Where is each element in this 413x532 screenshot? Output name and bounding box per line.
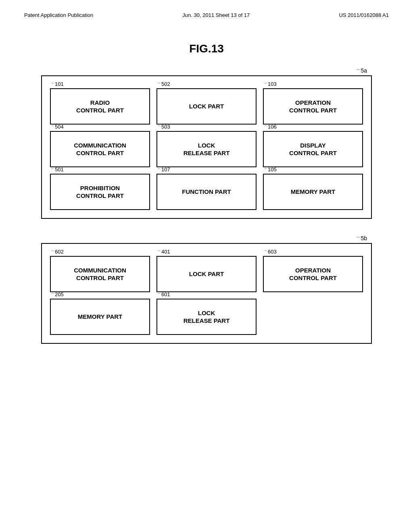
page: Patent Application Publication Jun. 30, … bbox=[0, 0, 413, 532]
block-401-label: 401 bbox=[157, 249, 170, 255]
block-107-label: 107 bbox=[157, 166, 170, 173]
empty-cell-bottom-row2 bbox=[263, 299, 363, 335]
block-502-label: 502 bbox=[157, 81, 170, 87]
block-205-text: MEMORY PART bbox=[78, 313, 123, 321]
block-601-label: 601 bbox=[157, 291, 170, 298]
block-205: 205 MEMORY PART bbox=[50, 299, 150, 335]
block-602: 602 COMMUNICATIONCONTROL PART bbox=[50, 256, 150, 292]
block-601-text: LOCKRELEASE PART bbox=[184, 309, 230, 325]
block-106-label: 106 bbox=[264, 124, 277, 130]
block-107-text: FUNCTION PART bbox=[182, 188, 231, 196]
block-602-text: COMMUNICATIONCONTROL PART bbox=[74, 266, 126, 282]
block-501-text: PROHIBITIONCONTROL PART bbox=[76, 184, 124, 200]
header-right: US 2011/0162088 A1 bbox=[339, 12, 389, 18]
block-103-text: OPERATIONCONTROL PART bbox=[289, 99, 337, 114]
block-103: 103 OPERATIONCONTROL PART bbox=[263, 88, 363, 125]
block-106: 106 DISPLAYCONTROL PART bbox=[263, 131, 363, 167]
block-503-text: LOCKRELEASE PART bbox=[184, 141, 230, 157]
header-middle: Jun. 30, 2011 Sheet 13 of 17 bbox=[182, 12, 250, 18]
block-401: 401 LOCK PART bbox=[156, 256, 257, 292]
block-501-label: 501 bbox=[51, 166, 64, 173]
block-205-label: 205 bbox=[51, 291, 64, 298]
block-101-text: RADIOCONTROL PART bbox=[76, 99, 124, 114]
block-101-label: 101 bbox=[51, 81, 64, 87]
block-106-text: DISPLAYCONTROL PART bbox=[289, 141, 337, 157]
block-105-text: MEMORY PART bbox=[291, 188, 336, 196]
block-107: 107 FUNCTION PART bbox=[156, 174, 257, 210]
block-504-label: 504 bbox=[51, 124, 64, 130]
block-504-text: COMMUNICATIONCONTROL PART bbox=[74, 141, 126, 157]
block-105: 105 MEMORY PART bbox=[263, 174, 363, 210]
diagram-5b: 5b 602 COMMUNICATIONCONTROL PART 401 LOC… bbox=[41, 243, 372, 344]
diagram-5a: 5a 101 RADIOCONTROL PART 502 LOCK PART 1… bbox=[41, 75, 372, 219]
block-105-label: 105 bbox=[264, 166, 277, 173]
figure-title: FIG.13 bbox=[24, 42, 389, 55]
diagram-5b-label: 5b bbox=[356, 235, 367, 242]
block-401-text: LOCK PART bbox=[189, 270, 224, 278]
blocks-grid-bottom: 602 COMMUNICATIONCONTROL PART 401 LOCK P… bbox=[50, 256, 363, 335]
block-603: 603 OPERATIONCONTROL PART bbox=[263, 256, 363, 292]
block-502-text: LOCK PART bbox=[189, 102, 224, 110]
block-501: 501 PROHIBITIONCONTROL PART bbox=[50, 174, 150, 210]
block-103-label: 103 bbox=[264, 81, 277, 87]
block-603-label: 603 bbox=[264, 249, 277, 255]
blocks-grid-top: 101 RADIOCONTROL PART 502 LOCK PART 103 … bbox=[50, 88, 363, 210]
block-603-text: OPERATIONCONTROL PART bbox=[289, 266, 337, 282]
header-left: Patent Application Publication bbox=[24, 12, 93, 18]
block-503: 503 LOCKRELEASE PART bbox=[156, 131, 257, 167]
page-header: Patent Application Publication Jun. 30, … bbox=[24, 12, 389, 18]
block-601: 601 LOCKRELEASE PART bbox=[156, 299, 257, 335]
block-502: 502 LOCK PART bbox=[156, 88, 257, 125]
block-503-label: 503 bbox=[157, 124, 170, 130]
block-602-label: 602 bbox=[51, 249, 64, 255]
block-101: 101 RADIOCONTROL PART bbox=[50, 88, 150, 125]
block-504: 504 COMMUNICATIONCONTROL PART bbox=[50, 131, 150, 167]
diagram-5a-label: 5a bbox=[356, 67, 367, 74]
